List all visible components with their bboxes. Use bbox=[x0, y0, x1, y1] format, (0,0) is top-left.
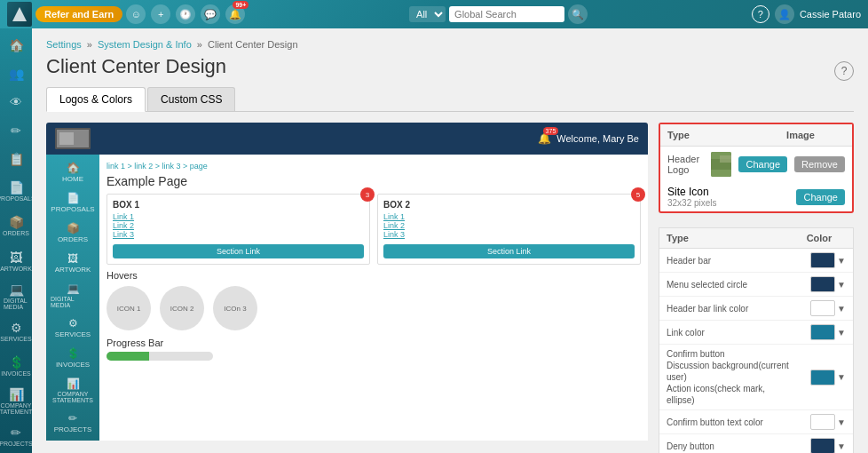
sidebar-item-view[interactable]: 👁 bbox=[2, 89, 30, 115]
sidebar-item-contacts[interactable]: 👥 bbox=[2, 60, 30, 87]
nav-left: Refer and Earn ☺ + 🕐 💬 🔔 99+ bbox=[7, 2, 245, 27]
page-help-button[interactable]: ? bbox=[834, 61, 854, 81]
header-logo-change-button[interactable]: Change bbox=[738, 156, 787, 172]
preview-box1-section-btn[interactable]: Section Link bbox=[113, 244, 364, 258]
page-title: Client Center Design bbox=[46, 55, 226, 78]
color-swatch-container-5: ▼ bbox=[793, 414, 846, 430]
color-label-deny-btn: Deny button bbox=[667, 441, 793, 452]
sidebar-item-list[interactable]: 📋 bbox=[2, 146, 30, 172]
preview-nav-digital-media[interactable]: 💻 DIGITAL MEDIA bbox=[49, 279, 97, 312]
sidebar-item-company-statements[interactable]: 📊 COMPANY STATEMENTS bbox=[2, 385, 30, 417]
view-icon: 👁 bbox=[10, 95, 22, 109]
bell-icon[interactable]: 🔔 99+ bbox=[225, 4, 245, 24]
tab-custom-css[interactable]: Custom CSS bbox=[147, 87, 235, 111]
preview-main-area: link 1 > link 2 > link 3 > page Example … bbox=[99, 155, 648, 441]
color-dropdown-deny-btn[interactable]: ▼ bbox=[837, 441, 846, 451]
plus-icon[interactable]: + bbox=[151, 4, 170, 24]
color-swatch-header-link[interactable] bbox=[810, 300, 835, 316]
progress-bar-fill bbox=[107, 352, 149, 361]
color-row-confirm-btn: Confirm buttonDiscussion background(curr… bbox=[659, 345, 853, 410]
color-swatch-link-color[interactable] bbox=[810, 324, 835, 340]
sidebar-item-edit[interactable]: ✏ bbox=[2, 117, 30, 144]
search-input[interactable] bbox=[449, 6, 564, 22]
color-dropdown-link-color[interactable]: ▼ bbox=[837, 328, 846, 338]
site-icon-size: 32x32 pixels bbox=[667, 198, 717, 208]
sidebar-item-services[interactable]: ⚙ SERVICES bbox=[2, 314, 30, 347]
preview-nav-company-statements[interactable]: 📊 COMPANY STATEMENTS bbox=[49, 374, 97, 407]
hovers-title: Hovers bbox=[107, 270, 641, 281]
preview-box2-link3[interactable]: Link 3 bbox=[383, 230, 635, 239]
sidebar-item-orders[interactable]: 📦 ORDERS bbox=[2, 210, 30, 242]
preview-box2-section-btn[interactable]: Section Link bbox=[383, 244, 635, 258]
sidebar-item-home[interactable]: 🏠 bbox=[2, 32, 30, 59]
preview-logo-image bbox=[55, 128, 91, 149]
sidebar-item-invoices[interactable]: 💲 INVOICES bbox=[2, 350, 30, 383]
refer-earn-button[interactable]: Refer and Earn bbox=[36, 6, 122, 22]
color-dropdown-header-bar[interactable]: ▼ bbox=[837, 256, 846, 266]
color-dropdown-header-link[interactable]: ▼ bbox=[837, 304, 846, 314]
preview-invoices-label: INVOICES bbox=[56, 361, 90, 369]
color-swatch-deny-btn[interactable] bbox=[810, 438, 835, 453]
preview-nav-services[interactable]: ⚙ SERVICES bbox=[49, 314, 97, 342]
preview-nav-projects[interactable]: ✏ PROJECTS bbox=[49, 409, 97, 437]
orders-label: ORDERS bbox=[3, 230, 29, 236]
preview-nav-artwork[interactable]: 🖼 ARTWORK bbox=[49, 249, 97, 277]
site-icon-change-button[interactable]: Change bbox=[796, 189, 845, 205]
preview-header: 🔔 375 Welcome, Mary Be bbox=[46, 123, 648, 155]
color-dropdown-menu-circle[interactable]: ▼ bbox=[837, 280, 846, 290]
sidebar-item-proposals[interactable]: 📄 PROPOSALS bbox=[2, 174, 30, 207]
color-dropdown-confirm-btn[interactable]: ▼ bbox=[837, 372, 846, 382]
preview-box1-link3[interactable]: Link 3 bbox=[113, 230, 364, 239]
preview-nav-proposals[interactable]: 📄 PROPOSALS bbox=[49, 188, 97, 217]
bell-badge: 99+ bbox=[233, 1, 249, 9]
preview-projects-icon: ✏ bbox=[68, 412, 77, 425]
search-scope-select[interactable]: All bbox=[409, 6, 446, 22]
color-swatch-confirm-text[interactable] bbox=[810, 414, 835, 430]
preview-box1-link2[interactable]: Link 2 bbox=[113, 221, 364, 230]
preview-box2-link1[interactable]: Link 1 bbox=[383, 212, 635, 221]
breadcrumb-settings[interactable]: Settings bbox=[46, 39, 82, 50]
color-color-header: Color bbox=[793, 233, 846, 243]
color-label-header-link: Header bar link color bbox=[667, 303, 793, 314]
user-avatar[interactable]: 👤 bbox=[775, 4, 794, 24]
preview-box1-title: BOX 1 bbox=[113, 200, 364, 210]
breadcrumb-system-design[interactable]: System Design & Info bbox=[98, 39, 192, 50]
sidebar-item-digital-media[interactable]: 💻 DIGITAL MEDIA bbox=[2, 280, 30, 313]
header-logo-remove-button[interactable]: Remove bbox=[794, 156, 845, 172]
preview-icon3-label: ICOn 3 bbox=[224, 305, 246, 313]
sidebar-item-projects[interactable]: ✏ PROJECTS bbox=[2, 420, 30, 453]
smiley-icon[interactable]: ☺ bbox=[126, 4, 146, 24]
artwork-label: ARTWORK bbox=[0, 266, 32, 272]
tab-logos-colors[interactable]: Logos & Colors bbox=[46, 87, 146, 112]
preview-page-title: Example Page bbox=[107, 174, 641, 188]
progress-bar-background bbox=[107, 352, 213, 361]
breadcrumb-sep2: » bbox=[197, 39, 205, 50]
preview-left-nav: 🏠 HOME 📄 PROPOSALS 📦 ORDERS 🖼 ARTWORK bbox=[46, 155, 99, 441]
artwork-icon: 🖼 bbox=[10, 250, 22, 265]
help-button[interactable]: ? bbox=[752, 5, 769, 23]
app-logo[interactable] bbox=[7, 2, 32, 27]
preview-nav-invoices[interactable]: 💲 INVOICES bbox=[49, 344, 97, 372]
preview-box1-link1[interactable]: Link 1 bbox=[113, 212, 364, 221]
preview-box2-link2[interactable]: Link 2 bbox=[383, 221, 635, 230]
chat-icon[interactable]: 💬 bbox=[201, 4, 220, 24]
color-swatch-menu-circle[interactable] bbox=[810, 276, 835, 292]
preview-icon1-label: ICON 1 bbox=[117, 305, 141, 313]
preview-digital-media-icon: 💻 bbox=[67, 282, 80, 295]
color-swatch-confirm-btn[interactable] bbox=[810, 370, 835, 385]
logo-panel-header: Type Image bbox=[660, 124, 852, 147]
color-dropdown-confirm-text[interactable]: ▼ bbox=[837, 417, 846, 427]
image-header: Image bbox=[756, 130, 845, 140]
color-label-link-color: Link color bbox=[667, 327, 793, 338]
search-icon[interactable]: 🔍 bbox=[568, 4, 588, 24]
clock-icon[interactable]: 🕐 bbox=[176, 4, 195, 24]
preview-breadcrumb: link 1 > link 2 > link 3 > page bbox=[107, 162, 641, 171]
color-swatch-header-bar[interactable] bbox=[810, 252, 835, 268]
digital-media-icon: 💻 bbox=[9, 282, 24, 297]
preview-box1-badge: 3 bbox=[360, 187, 375, 202]
color-table-header: Type Color bbox=[659, 228, 853, 249]
preview-nav-home[interactable]: 🏠 HOME bbox=[49, 158, 97, 187]
preview-nav-orders[interactable]: 📦 ORDERS bbox=[49, 219, 97, 247]
sidebar-item-artwork[interactable]: 🖼 ARTWORK bbox=[2, 244, 30, 277]
services-icon: ⚙ bbox=[11, 321, 22, 335]
